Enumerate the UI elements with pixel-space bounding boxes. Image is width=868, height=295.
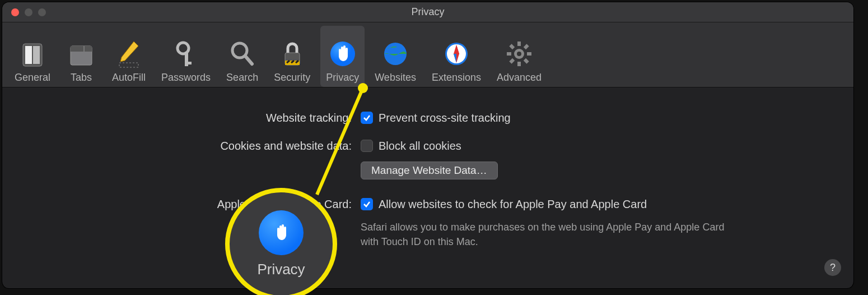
tab-label: Security	[274, 72, 310, 84]
tab-label: Advanced	[497, 72, 542, 84]
privacy-panel: Website tracking: Prevent cross-site tra…	[2, 87, 853, 249]
svg-rect-7	[119, 63, 138, 67]
tab-search[interactable]: Search	[221, 26, 264, 87]
svg-rect-26	[517, 42, 521, 46]
apple-pay-description: Safari allows you to make purchases on t…	[361, 220, 741, 249]
callout-zoom: Privacy	[225, 188, 337, 295]
hand-icon	[329, 38, 357, 70]
website-tracking-label: Website tracking:	[25, 110, 361, 126]
tab-advanced[interactable]: Advanced	[491, 26, 547, 87]
checkbox-checked-icon	[361, 112, 373, 124]
tab-label: Passwords	[161, 72, 211, 84]
manage-website-data-button[interactable]: Manage Website Data…	[361, 162, 498, 179]
preferences-toolbar: General Tabs AutoFill Passwords	[2, 22, 853, 87]
lock-icon	[278, 38, 306, 70]
tab-label: General	[15, 72, 50, 84]
tab-label: AutoFill	[112, 72, 146, 84]
checkbox-label: Allow websites to check for Apple Pay an…	[379, 196, 647, 212]
svg-point-27	[517, 52, 521, 56]
compass-icon	[442, 38, 470, 70]
pencil-icon	[115, 38, 143, 70]
switch-icon	[18, 38, 46, 70]
gear-icon	[505, 38, 533, 70]
checkbox-unchecked-icon	[361, 140, 373, 152]
block-all-cookies-checkbox[interactable]: Block all cookies	[361, 138, 498, 154]
svg-rect-1	[25, 46, 32, 64]
allow-apple-pay-check-checkbox[interactable]: Allow websites to check for Apple Pay an…	[361, 196, 741, 212]
svg-rect-10	[185, 62, 192, 64]
cookies-label: Cookies and website data:	[25, 138, 361, 154]
svg-rect-2	[33, 46, 40, 64]
prevent-cross-site-tracking-checkbox[interactable]: Prevent cross-site tracking	[361, 110, 511, 126]
tab-label: Search	[226, 72, 258, 84]
titlebar: Privacy	[2, 2, 853, 22]
window-title: Privacy	[2, 6, 853, 18]
tab-label: Websites	[375, 72, 416, 84]
checkbox-label: Block all cookies	[379, 138, 461, 154]
tabs-icon	[67, 38, 95, 70]
magnifier-icon	[228, 38, 256, 70]
tab-passwords[interactable]: Passwords	[156, 26, 216, 87]
globe-icon	[381, 38, 409, 70]
tab-label: Tabs	[71, 72, 92, 84]
key-icon	[172, 38, 200, 70]
tab-autofill[interactable]: AutoFill	[106, 26, 151, 87]
svg-rect-4	[71, 46, 92, 52]
tab-label: Privacy	[326, 72, 359, 84]
tab-tabs[interactable]: Tabs	[60, 26, 102, 87]
checkbox-label: Prevent cross-site tracking	[379, 110, 511, 126]
svg-line-12	[245, 56, 252, 64]
hand-icon	[259, 210, 304, 255]
tab-general[interactable]: General	[9, 26, 56, 87]
svg-marker-6	[120, 42, 138, 62]
tab-extensions[interactable]: Extensions	[426, 26, 487, 87]
callout-label: Privacy	[257, 261, 305, 278]
tab-privacy[interactable]: Privacy	[320, 26, 365, 87]
tab-security[interactable]: Security	[268, 26, 316, 87]
checkbox-checked-icon	[361, 198, 373, 210]
tab-websites[interactable]: Websites	[369, 26, 422, 87]
help-button[interactable]: ?	[824, 259, 841, 276]
tab-label: Extensions	[432, 72, 481, 84]
